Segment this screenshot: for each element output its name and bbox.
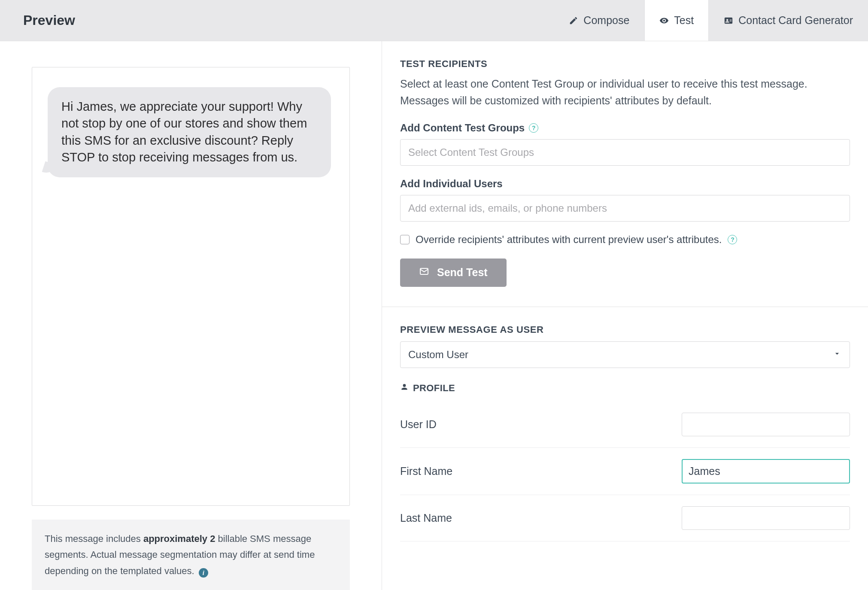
segments-note-bold: approximately 2: [143, 533, 215, 544]
sms-bubble: Hi James, we appreciate your support! Wh…: [48, 87, 331, 177]
content-test-groups-input[interactable]: [400, 139, 850, 166]
user-id-label: User ID: [400, 418, 682, 431]
tab-test[interactable]: Test: [644, 0, 709, 41]
profile-heading: PROFILE: [400, 383, 850, 394]
profile-row-last-name: Last Name: [400, 495, 850, 541]
individual-users-field: Add Individual Users: [400, 178, 850, 222]
contact-card-icon: [724, 16, 733, 25]
tab-contact-card[interactable]: Contact Card Generator: [709, 0, 868, 41]
sms-bubble-text: Hi James, we appreciate your support! Wh…: [61, 100, 307, 164]
override-attributes-label: Override recipients' attributes with cur…: [416, 234, 722, 246]
preview-as-heading: PREVIEW MESSAGE AS USER: [400, 324, 850, 335]
preview-pane: Hi James, we appreciate your support! Wh…: [0, 41, 382, 590]
profile-row-first-name: First Name: [400, 448, 850, 495]
preview-canvas: Hi James, we appreciate your support! Wh…: [32, 67, 350, 506]
last-name-input[interactable]: [682, 506, 850, 530]
segments-note-pre: This message includes: [45, 533, 143, 544]
preview-as-select[interactable]: [400, 341, 850, 368]
pencil-icon: [569, 16, 578, 25]
page-title: Preview: [23, 12, 75, 28]
content-test-groups-field: Add Content Test Groups ?: [400, 122, 850, 166]
top-bar-left: Preview: [0, 0, 382, 41]
profile-row-user-id: User ID: [400, 401, 850, 448]
form-pane: TEST RECIPIENTS Select at least one Cont…: [382, 41, 868, 590]
override-attributes-checkbox[interactable]: [400, 235, 410, 244]
override-attributes-row[interactable]: Override recipients' attributes with cur…: [400, 234, 850, 246]
test-recipients-section: TEST RECIPIENTS Select at least one Cont…: [382, 41, 868, 307]
profile-heading-text: PROFILE: [413, 383, 455, 394]
preview-as-user-section: PREVIEW MESSAGE AS USER PROFILE User ID …: [382, 307, 868, 561]
top-bar: Preview Compose Test Contact Card Genera…: [0, 0, 868, 41]
main-split: Hi James, we appreciate your support! Wh…: [0, 41, 868, 590]
test-recipients-subtext: Select at least one Content Test Group o…: [400, 76, 850, 109]
individual-users-input[interactable]: [400, 195, 850, 222]
user-id-input[interactable]: [682, 413, 850, 436]
individual-users-label: Add Individual Users: [400, 178, 503, 190]
person-icon: [400, 383, 409, 394]
first-name-input[interactable]: [682, 459, 850, 484]
content-test-groups-label: Add Content Test Groups: [400, 122, 525, 134]
eye-icon: [659, 16, 669, 25]
tab-test-label: Test: [674, 14, 694, 27]
first-name-label: First Name: [400, 465, 682, 477]
last-name-label: Last Name: [400, 512, 682, 524]
envelope-icon: [419, 266, 429, 279]
tab-contact-card-label: Contact Card Generator: [738, 14, 853, 27]
tab-strip: Compose Test Contact Card Generator: [554, 0, 868, 41]
tab-compose-label: Compose: [583, 14, 629, 27]
preview-as-select-wrap: [400, 341, 850, 368]
test-recipients-heading: TEST RECIPIENTS: [400, 58, 850, 70]
help-icon[interactable]: ?: [529, 123, 538, 133]
info-icon[interactable]: i: [199, 568, 208, 578]
tab-compose[interactable]: Compose: [554, 0, 644, 41]
send-test-label: Send Test: [437, 266, 488, 279]
help-icon[interactable]: ?: [728, 235, 737, 244]
segments-note: This message includes approximately 2 bi…: [32, 520, 350, 590]
send-test-button[interactable]: Send Test: [400, 259, 507, 287]
